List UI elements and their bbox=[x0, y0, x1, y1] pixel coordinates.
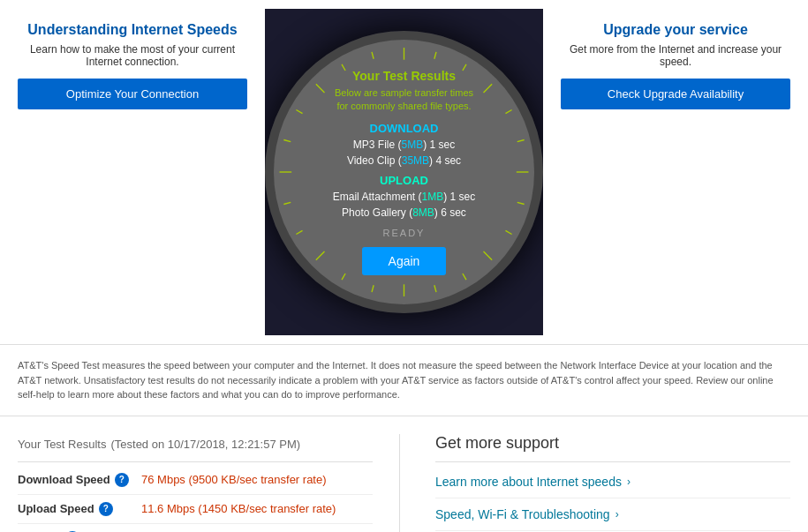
upload-section-label: UPLOAD bbox=[333, 174, 475, 187]
svg-line-39 bbox=[283, 140, 291, 142]
test-results-header: Your Test Results (Tested on 10/17/2018,… bbox=[18, 434, 373, 462]
svg-line-24 bbox=[505, 110, 511, 114]
results-title: Your Test Results bbox=[333, 69, 475, 83]
subtitle-line2: for commonly shared file types. bbox=[336, 101, 471, 111]
video-label: Video Clip bbox=[347, 154, 395, 167]
download-speed-value: 76 Mbps (9500 KB/sec transfer rate) bbox=[141, 473, 327, 486]
banner-left: Understanding Internet Speeds Learn how … bbox=[0, 9, 265, 335]
again-button[interactable]: Again bbox=[362, 247, 447, 275]
latency-row: Latency ? 33 ms bbox=[18, 524, 373, 533]
email-line: Email Attachment (1MB) 1 sec bbox=[333, 189, 475, 205]
download-speed-text: 76 Mbps (9500 KB/sec transfer rate) bbox=[141, 473, 327, 486]
chevron-2-icon: › bbox=[615, 508, 619, 521]
mp3-label: MP3 File bbox=[353, 139, 395, 151]
svg-line-25 bbox=[517, 140, 525, 142]
svg-line-33 bbox=[372, 285, 374, 292]
svg-line-37 bbox=[283, 202, 291, 204]
subtitle-line1: Below are sample transfer times bbox=[335, 87, 473, 98]
support-header: Get more support bbox=[435, 434, 790, 462]
disclaimer-text: AT&T's Speed Test measures the speed bet… bbox=[18, 358, 790, 402]
email-size: 1MB bbox=[422, 191, 444, 203]
svg-line-31 bbox=[434, 285, 436, 292]
support-link-2[interactable]: Speed, Wi-Fi & Troubleshooting › bbox=[435, 498, 790, 531]
download-speed-label: Download Speed ? bbox=[18, 473, 141, 487]
support-link-1[interactable]: Learn more about Internet speeds › bbox=[435, 466, 790, 498]
upload-help-icon[interactable]: ? bbox=[99, 502, 113, 516]
gauge-container: DOWNLOAD 76 Mbps bbox=[265, 9, 543, 335]
results-support-section: Your Test Results (Tested on 10/17/2018,… bbox=[0, 416, 808, 533]
download-help-icon[interactable]: ? bbox=[115, 473, 129, 487]
svg-line-21 bbox=[434, 52, 436, 59]
results-panel: Your Test Results Below are sample trans… bbox=[324, 60, 484, 285]
understanding-desc: Learn how to make the most of your curre… bbox=[18, 43, 247, 68]
photo-label: Photo Gallery bbox=[342, 206, 406, 219]
upgrade-heading: Upgrade your service bbox=[603, 22, 748, 38]
banner-right: Upgrade your service Get more from the I… bbox=[543, 9, 808, 335]
ready-text: READY bbox=[333, 228, 475, 238]
disclaimer: AT&T's Speed Test measures the speed bet… bbox=[0, 344, 808, 416]
video-size: 35MB bbox=[402, 154, 429, 167]
svg-line-27 bbox=[517, 202, 525, 204]
optimize-button[interactable]: Optimize Your Connection bbox=[18, 79, 247, 109]
mp3-line: MP3 File (5MB) 1 sec bbox=[333, 137, 475, 153]
understanding-heading: Understanding Internet Speeds bbox=[27, 22, 237, 38]
email-time: 1 sec bbox=[450, 191, 476, 203]
upload-speed-row: Upload Speed ? 11.6 Mbps (1450 KB/sec tr… bbox=[18, 495, 373, 524]
test-results-timestamp: (Tested on 10/17/2018, 12:21:57 PM) bbox=[110, 438, 300, 451]
download-section-label: DOWNLOAD bbox=[333, 122, 475, 135]
video-time: 4 sec bbox=[435, 154, 461, 167]
mp3-size: 5MB bbox=[401, 139, 423, 151]
email-label: Email Attachment bbox=[333, 191, 415, 203]
support-link-1-text: Learn more about Internet speeds bbox=[435, 475, 622, 489]
svg-line-43 bbox=[372, 52, 374, 59]
upgrade-button[interactable]: Check Upgrade Availability bbox=[561, 79, 790, 109]
upload-speed-value: 11.6 Mbps (1450 KB/sec transfer rate) bbox=[141, 502, 336, 515]
results-subtitle: Below are sample transfer times for comm… bbox=[333, 86, 475, 114]
photo-line: Photo Gallery (8MB) 6 sec bbox=[333, 205, 475, 221]
test-results-title: Your Test Results bbox=[18, 438, 106, 451]
upload-speed-text: 11.6 Mbps (1450 KB/sec transfer rate) bbox=[141, 502, 336, 515]
chevron-1-icon: › bbox=[627, 476, 631, 488]
upgrade-desc: Get more from the Internet and increase … bbox=[561, 43, 790, 68]
support-panel: Get more support Learn more about Intern… bbox=[427, 434, 790, 533]
mp3-time: 1 sec bbox=[430, 139, 456, 151]
svg-line-40 bbox=[296, 110, 302, 114]
photo-size: 8MB bbox=[412, 206, 434, 219]
svg-line-36 bbox=[296, 230, 302, 234]
download-speed-row: Download Speed ? 76 Mbps (9500 KB/sec tr… bbox=[18, 466, 373, 495]
photo-time: 6 sec bbox=[441, 206, 466, 219]
svg-line-28 bbox=[505, 230, 511, 234]
main-gauge: Your Test Results Below are sample trans… bbox=[265, 31, 543, 313]
test-results-panel: Your Test Results (Tested on 10/17/2018,… bbox=[18, 434, 400, 533]
video-line: Video Clip (35MB) 4 sec bbox=[333, 153, 475, 169]
top-banner: Understanding Internet Speeds Learn how … bbox=[0, 0, 808, 344]
upload-speed-label: Upload Speed ? bbox=[18, 502, 141, 516]
svg-line-29 bbox=[484, 251, 493, 260]
svg-line-23 bbox=[484, 84, 493, 93]
support-link-2-text: Speed, Wi-Fi & Troubleshooting bbox=[435, 507, 610, 521]
